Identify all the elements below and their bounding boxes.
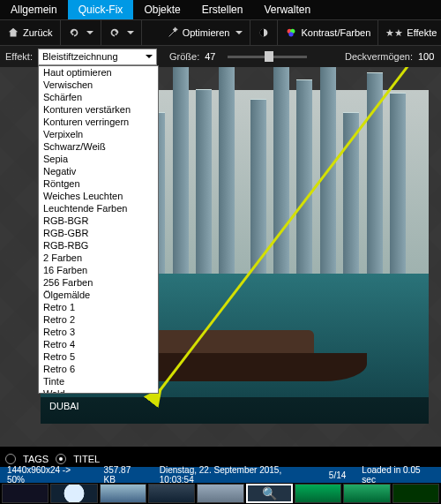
home-icon [7,26,19,39]
effect-option[interactable]: Sepia [39,153,158,165]
size-value: 47 [205,51,222,62]
redo-button[interactable] [101,20,142,45]
size-slider[interactable] [228,56,307,58]
stars-icon: ★★ [385,27,403,39]
effect-dropdown-list[interactable]: Haut optimierenVerwischenSchärfenKonture… [38,65,159,394]
main-tabs: Allgemein Quick-Fix Objekte Erstellen Ve… [0,0,441,19]
effect-option[interactable]: Retro 1 [39,301,158,313]
thumb[interactable] [148,484,195,503]
effect-option[interactable]: Haut optimieren [39,66,158,79]
tab-allgemein[interactable]: Allgemein [0,0,68,19]
brightness-icon [258,26,270,39]
effect-option[interactable]: Retro 4 [39,338,158,350]
effect-option[interactable]: Konturen verstärken [39,103,158,116]
effect-option[interactable]: Negativ [39,165,158,177]
effect-value: Bleistiftzeichnung [42,49,118,64]
effect-option[interactable]: Leuchtende Farben [39,202,158,214]
back-label: Zurück [23,27,53,38]
chevron-down-icon [235,31,243,34]
effect-option[interactable]: Retro 5 [39,350,158,363]
effect-option[interactable]: Weiches Leuchten [39,190,158,202]
effects-button[interactable]: ★★ Effekte [378,20,441,45]
toolbar: Zurück Optimieren Kontrast/Farben ★★ Eff… [0,19,441,46]
effect-option[interactable]: Röntgen [39,177,158,190]
tab-objekte[interactable]: Objekte [133,0,191,19]
effect-option[interactable]: Ölgemälde [39,289,158,301]
magnify-icon: 🔍 [262,486,277,500]
thumb[interactable] [295,484,341,503]
options-bar: Effekt: Bleistiftzeichnung Haut optimier… [0,46,441,67]
redo-icon [108,26,121,39]
status-size: 357.87 KB [104,465,144,485]
undo-button[interactable] [61,20,101,45]
status-index: 5/14 [329,470,346,480]
status-date: Dienstag, 22. September 2015, 10:03:54 [160,465,313,485]
status-dims: 1440x960x24 -> 50% [7,465,88,485]
thumb[interactable] [343,484,390,503]
wand-icon [167,26,179,39]
opacity-value: 100 [418,51,436,62]
chevron-down-icon [86,31,93,34]
brightness-button[interactable] [250,20,278,45]
effect-option[interactable]: RGB-RBG [39,239,158,252]
effect-option[interactable]: Schärfen [39,91,158,103]
opacity-field-label: Deckvermögen: [345,51,413,62]
photo-caption: DUBAI [41,397,429,424]
titel-radio[interactable] [56,454,66,464]
chevron-down-icon [127,31,134,34]
status-loaded: Loaded in 0.05 sec [362,465,434,485]
effect-option[interactable]: 2 Farben [39,252,158,264]
thumb[interactable] [197,484,243,503]
size-field-label: Größe: [169,51,199,62]
effect-option[interactable]: Retro 2 [39,313,158,326]
effect-option[interactable]: 16 Farben [39,264,158,276]
optimize-button[interactable]: Optimieren [160,20,251,45]
effects-label: Effekte [407,27,437,38]
thumb[interactable] [2,484,49,503]
effect-option[interactable]: Tinte [39,375,158,387]
thumb[interactable] [392,484,439,503]
rgb-icon [285,26,297,39]
effect-option[interactable]: RGB-BGR [39,214,158,227]
effect-option[interactable]: RGB-GBR [39,227,158,239]
effect-option[interactable]: Retro 6 [39,363,158,375]
effect-option[interactable]: Verwischen [39,79,158,91]
effect-field-label: Effekt: [5,51,33,62]
status-bar: 1440x960x24 -> 50% 357.87 KB Dienstag, 2… [0,467,441,483]
tab-erstellen[interactable]: Erstellen [191,0,254,19]
titel-label: TITEL [73,454,100,464]
tab-quickfix[interactable]: Quick-Fix [68,0,134,19]
effect-option[interactable]: Wald [39,387,158,394]
tags-radio[interactable] [5,454,16,464]
undo-icon [68,26,80,39]
optimize-label: Optimieren [183,27,230,38]
effect-option[interactable]: 256 Farben [39,276,158,289]
thumb[interactable] [100,484,146,503]
contrast-button[interactable]: Kontrast/Farben [278,20,378,45]
chevron-down-icon [146,55,153,58]
thumb-selected[interactable]: 🔍 [246,484,293,503]
effect-option[interactable]: Verpixeln [39,128,158,140]
effect-option[interactable]: Konturen verringern [39,116,158,128]
thumb[interactable] [50,484,97,503]
svg-point-3 [289,32,294,36]
effect-dropdown[interactable]: Bleistiftzeichnung Haut optimierenVerwis… [38,49,157,65]
tab-verwalten[interactable]: Verwalten [253,0,321,19]
back-button[interactable]: Zurück [0,20,61,45]
filmstrip[interactable]: 🔍 [0,483,441,504]
effect-option[interactable]: Retro 3 [39,326,158,338]
effect-option[interactable]: Schwarz/Weiß [39,140,158,153]
tags-label: TAGS [23,454,49,464]
contrast-label: Kontrast/Farben [301,27,370,38]
